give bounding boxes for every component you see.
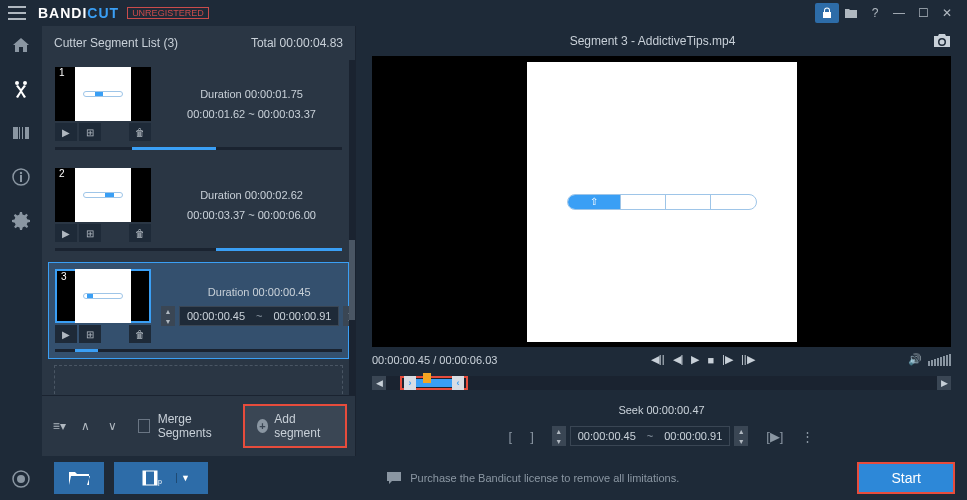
segment-thumbnail: 3	[55, 269, 151, 323]
delete-icon[interactable]: 🗑	[129, 123, 151, 141]
svg-rect-3	[25, 127, 29, 139]
chevron-down-icon[interactable]: ▼	[176, 473, 194, 483]
set-start-bracket-icon[interactable]: [	[509, 429, 513, 444]
segment-range: 00:00:01.62 ~ 00:00:03.37	[187, 108, 316, 120]
seek-end-time[interactable]: 00:00:00.91	[657, 427, 729, 445]
stop-icon[interactable]: ■	[707, 354, 714, 366]
skip-back-icon[interactable]: ◀||	[651, 353, 665, 366]
segment-scrollbar[interactable]	[349, 60, 355, 395]
lock-icon[interactable]	[815, 3, 839, 23]
grid-icon[interactable]: ⊞	[79, 123, 101, 141]
segment-start-time[interactable]: 00:00:00.45	[180, 307, 252, 325]
timeline[interactable]: ◀ › ‹ ▶	[372, 376, 951, 390]
seek-start-time[interactable]: 00:00:00.45	[571, 427, 643, 445]
svg-point-12	[17, 475, 25, 483]
merge-label: Merge Segments	[158, 412, 235, 440]
snapshot-icon[interactable]	[933, 34, 951, 48]
segment-range: 00:00:03.37 ~ 00:00:06.00	[187, 209, 316, 221]
video-preview[interactable]: ⇧	[372, 56, 951, 347]
delete-icon[interactable]: 🗑	[129, 224, 151, 242]
timeline-end-handle[interactable]: ▶	[937, 376, 951, 390]
set-end-bracket-icon[interactable]: ]	[530, 429, 534, 444]
step-back-icon[interactable]: ◀|	[673, 353, 684, 366]
chat-icon	[386, 471, 402, 485]
move-up-icon[interactable]: ∧	[77, 415, 96, 437]
play-icon[interactable]: ▶	[691, 353, 699, 366]
skip-forward-icon[interactable]: ||▶	[741, 353, 755, 366]
split-icon[interactable]	[10, 122, 32, 144]
add-segment-placeholder[interactable]	[54, 365, 343, 395]
app-logo: BANDICUT	[38, 5, 119, 21]
add-segment-button[interactable]: + Add segment	[243, 404, 347, 448]
play-range-icon[interactable]: [▶]	[766, 429, 783, 444]
list-menu-icon[interactable]: ≡▾	[50, 415, 69, 437]
home-icon[interactable]	[10, 34, 32, 56]
step-forward-icon[interactable]: |▶	[722, 353, 733, 366]
start-button[interactable]: Start	[857, 462, 955, 494]
segment-duration: Duration 00:00:02.62	[200, 189, 303, 201]
segment-end-time[interactable]: 00:00:00.91	[266, 307, 338, 325]
output-format-button[interactable]: p ▼	[114, 462, 208, 494]
segment-item-selected[interactable]: 3 ▶ ⊞ 🗑 Duration 00:00:00.45	[48, 262, 349, 359]
cut-icon[interactable]	[10, 78, 32, 100]
segment-item[interactable]: 1 ▶ ⊞ 🗑 Duration 00:00:01.75 00:00:01.62…	[48, 60, 349, 157]
plus-icon: +	[257, 419, 269, 433]
play-icon[interactable]: ▶	[55, 325, 77, 343]
options-icon[interactable]: ⋮	[801, 429, 814, 444]
grid-icon[interactable]: ⊞	[79, 325, 101, 343]
svg-rect-8	[143, 471, 146, 485]
segment-thumbnail: 2	[55, 168, 151, 222]
timeline-start-handle[interactable]: ◀	[372, 376, 386, 390]
grid-icon[interactable]: ⊞	[79, 224, 101, 242]
close-icon[interactable]: ✕	[935, 3, 959, 23]
preview-title: Segment 3 - AddictiveTips.mp4	[372, 34, 933, 48]
seek-start-spinner[interactable]: ▲▼	[552, 426, 566, 446]
playhead-marker[interactable]	[423, 373, 431, 383]
minimize-icon[interactable]: —	[887, 3, 911, 23]
folder-icon[interactable]	[839, 3, 863, 23]
svg-rect-9	[154, 471, 157, 485]
settings-icon[interactable]	[10, 210, 32, 232]
segment-total-time: Total 00:00:04.83	[251, 36, 343, 50]
segment-item[interactable]: 2 ▶ ⊞ 🗑 Duration 00:00:02.62 00:00:03.37…	[48, 161, 349, 258]
open-file-button[interactable]	[54, 462, 104, 494]
move-down-icon[interactable]: ∨	[103, 415, 122, 437]
segment-list-title: Cutter Segment List (3)	[54, 36, 178, 50]
start-time-spinner[interactable]: ▲▼	[161, 306, 175, 326]
play-icon[interactable]: ▶	[55, 123, 77, 141]
merge-checkbox[interactable]	[138, 419, 150, 433]
selection-left-handle[interactable]: ›	[404, 376, 416, 390]
unregistered-badge: UNREGISTERED	[127, 7, 209, 19]
svg-rect-2	[22, 127, 23, 139]
volume-icon[interactable]: 🔊	[908, 353, 922, 366]
play-icon[interactable]: ▶	[55, 224, 77, 242]
svg-rect-0	[13, 127, 18, 139]
seek-label: Seek 00:00:00.47	[372, 404, 951, 416]
license-message: Purchase the Bandicut license to remove …	[218, 471, 847, 485]
playback-time: 00:00:00.45 / 00:00:06.03	[372, 354, 497, 366]
segment-thumbnail: 1	[55, 67, 151, 121]
help-icon[interactable]: ?	[863, 3, 887, 23]
delete-icon[interactable]: 🗑	[129, 325, 151, 343]
menu-icon[interactable]	[8, 6, 26, 20]
svg-text:p: p	[158, 478, 162, 486]
segment-duration: Duration 00:00:00.45	[208, 286, 311, 298]
record-indicator-icon	[12, 470, 30, 488]
selection-right-handle[interactable]: ‹	[452, 376, 464, 390]
volume-slider[interactable]	[928, 354, 951, 366]
info-icon[interactable]	[10, 166, 32, 188]
svg-rect-1	[19, 127, 20, 139]
svg-rect-6	[20, 175, 22, 182]
timeline-selection[interactable]: › ‹	[400, 376, 468, 390]
segment-duration: Duration 00:00:01.75	[200, 88, 303, 100]
seek-end-spinner[interactable]: ▲▼	[734, 426, 748, 446]
svg-point-5	[20, 172, 22, 174]
maximize-icon[interactable]: ☐	[911, 3, 935, 23]
